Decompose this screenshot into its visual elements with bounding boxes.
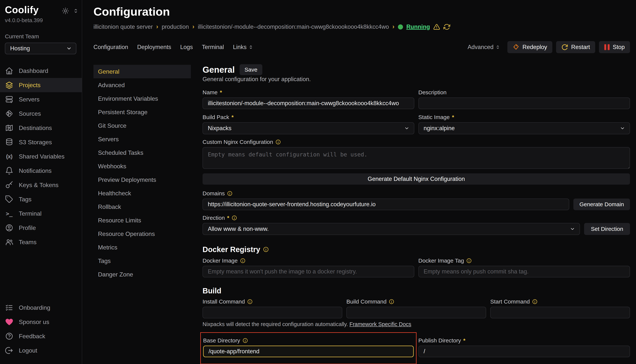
subnav-item-metrics[interactable]: Metrics	[93, 240, 191, 254]
base-directory-input[interactable]	[203, 346, 414, 357]
sidebar-item-sponsor[interactable]: Sponsor us	[0, 315, 82, 329]
sidebar-item-notifications[interactable]: Notifications	[0, 164, 82, 178]
info-icon[interactable]	[389, 299, 394, 304]
subnav-item-resource-operations[interactable]: Resource Operations	[93, 227, 191, 240]
breadcrumb-project[interactable]: illicitonion quote server	[93, 24, 153, 30]
save-button[interactable]: Save	[240, 64, 262, 75]
subnav-item-rollback[interactable]: Rollback	[93, 200, 191, 214]
info-icon[interactable]	[263, 246, 269, 252]
static-image-select[interactable]: nginx:alpine	[418, 122, 630, 134]
sidebar-item-label: Shared Variables	[19, 153, 65, 160]
sidebar-item-sources[interactable]: Sources	[0, 106, 82, 121]
docker-image-tag-input[interactable]	[418, 266, 630, 278]
subnav-item-servers[interactable]: Servers	[93, 132, 191, 146]
sun-icon[interactable]	[62, 8, 69, 14]
docker-image-input[interactable]	[202, 266, 414, 278]
sidebar-item-terminal[interactable]: >_ Terminal	[0, 206, 82, 221]
sidebar-item-shared-variables[interactable]: (x) Shared Variables	[0, 149, 82, 164]
start-command-input[interactable]	[490, 307, 630, 318]
subnav-item-resource-limits[interactable]: Resource Limits	[93, 214, 191, 227]
generate-domain-button[interactable]: Generate Domain	[573, 198, 630, 210]
generate-nginx-button[interactable]: Generate Default Nginx Configuration	[202, 173, 630, 185]
refresh-icon[interactable]	[444, 24, 450, 30]
sidebar-item-servers[interactable]: Servers	[0, 92, 82, 106]
info-icon[interactable]	[227, 191, 233, 196]
tab-logs[interactable]: Logs	[180, 44, 193, 50]
build-pack-select[interactable]: Nixpacks	[202, 122, 414, 134]
tab-deployments[interactable]: Deployments	[137, 44, 171, 50]
publish-directory-input[interactable]	[418, 346, 630, 357]
tabs-row: Configuration Deployments Logs Terminal …	[93, 41, 630, 53]
sidebar-item-label: Keys & Tokens	[19, 182, 59, 188]
redeploy-button[interactable]: Redeploy	[507, 41, 552, 53]
redeploy-icon	[513, 44, 519, 50]
install-command-input[interactable]	[202, 307, 342, 318]
set-direction-button[interactable]: Set Direction	[584, 223, 630, 235]
updown-selector-icon[interactable]	[73, 8, 79, 14]
sidebar-item-label: Logout	[19, 347, 37, 354]
subnav-item-general[interactable]: General	[93, 65, 191, 78]
info-icon[interactable]	[232, 215, 237, 221]
docker-registry-title: Docker Registry	[202, 245, 260, 254]
pause-icon	[604, 44, 610, 50]
info-icon[interactable]	[275, 139, 281, 145]
general-form: General Save General configuration for y…	[202, 65, 630, 364]
restart-icon	[561, 44, 568, 50]
subnav-item-advanced[interactable]: Advanced	[93, 78, 191, 92]
subnav-item-webhooks[interactable]: Webhooks	[93, 160, 191, 173]
restart-button[interactable]: Restart	[556, 41, 595, 53]
sidebar-item-dashboard[interactable]: Dashboard	[0, 64, 82, 78]
subnav-item-healthcheck[interactable]: Healthcheck	[93, 186, 191, 200]
name-input[interactable]	[202, 98, 414, 109]
page-title: Configuration	[93, 5, 630, 18]
subnav-item-environment-variables[interactable]: Environment Variables	[93, 92, 191, 105]
warning-triangle-icon[interactable]	[433, 24, 440, 30]
subnav-item-git-source[interactable]: Git Source	[93, 119, 191, 132]
sidebar-item-destinations[interactable]: Destinations	[0, 121, 82, 135]
tag-icon	[5, 195, 14, 204]
subnav-item-tags[interactable]: Tags	[93, 254, 191, 268]
sidebar-item-tags[interactable]: Tags	[0, 192, 82, 206]
tab-configuration[interactable]: Configuration	[93, 44, 128, 50]
restart-label: Restart	[571, 44, 590, 50]
tab-terminal[interactable]: Terminal	[202, 44, 224, 50]
direction-label: Direction	[202, 215, 225, 221]
required-mark: *	[452, 114, 454, 120]
team-select[interactable]: Hosting	[5, 43, 76, 54]
breadcrumb-application[interactable]: illicitestonion/-module--decomposition:m…	[198, 24, 389, 30]
direction-select[interactable]: Allow www & non-www.	[202, 223, 580, 235]
settings-subnav: General Advanced Environment Variables P…	[93, 65, 191, 364]
stop-button[interactable]: Stop	[599, 41, 630, 53]
sidebar-item-onboarding[interactable]: Onboarding	[0, 300, 82, 315]
breadcrumb-environment[interactable]: production	[162, 24, 189, 30]
build-command-input[interactable]	[346, 307, 486, 318]
custom-nginx-textarea[interactable]	[202, 147, 630, 169]
info-icon[interactable]	[247, 299, 253, 304]
subnav-item-scheduled-tasks[interactable]: Scheduled Tasks	[93, 146, 191, 160]
help-circle-icon	[5, 332, 14, 340]
sidebar-item-logout[interactable]: Logout	[0, 343, 82, 358]
description-input[interactable]	[418, 98, 630, 109]
info-icon[interactable]	[532, 299, 538, 304]
subnav-item-persistent-storage[interactable]: Persistent Storage	[93, 105, 191, 119]
framework-docs-link[interactable]: Framework Specific Docs	[349, 321, 411, 327]
tab-links[interactable]: Links	[233, 44, 253, 50]
advanced-selector[interactable]: Advanced	[468, 44, 500, 50]
sidebar-item-label: Teams	[19, 239, 37, 246]
sidebar-item-projects[interactable]: Projects	[0, 78, 82, 92]
chevron-right-icon: ›	[192, 23, 194, 30]
sidebar-item-keys-tokens[interactable]: Keys & Tokens	[0, 178, 82, 192]
status-badge[interactable]: Running	[406, 24, 430, 30]
start-command-label: Start Command	[490, 298, 530, 305]
info-icon[interactable]	[242, 338, 248, 343]
subnav-item-danger-zone[interactable]: Danger Zone	[93, 268, 191, 281]
domains-input[interactable]	[202, 198, 569, 210]
subnav-item-preview-deployments[interactable]: Preview Deployments	[93, 173, 191, 186]
sidebar-item-s3-storages[interactable]: S3 Storages	[0, 135, 82, 149]
sidebar-item-profile[interactable]: Profile	[0, 221, 82, 235]
layers-icon	[5, 81, 14, 90]
sidebar-item-feedback[interactable]: Feedback	[0, 329, 82, 343]
sidebar-item-teams[interactable]: Teams	[0, 235, 82, 249]
info-icon[interactable]	[466, 258, 472, 264]
info-icon[interactable]	[240, 258, 246, 264]
